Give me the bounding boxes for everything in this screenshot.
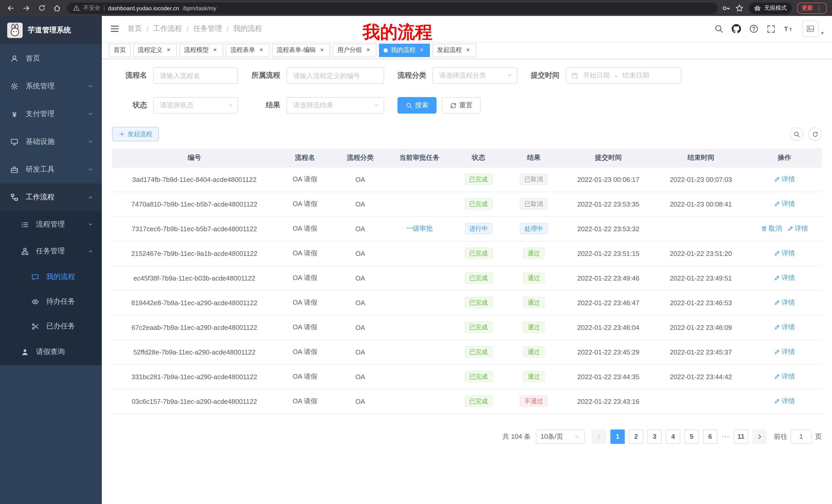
app-logo-row[interactable]: 芋道管理系统 [0, 16, 102, 45]
sidebar-item-task-management[interactable]: 任务管理 [0, 238, 102, 264]
cell-category: OA [333, 315, 387, 340]
help-icon[interactable] [750, 24, 759, 33]
github-icon[interactable] [732, 24, 741, 33]
sidebar-item-payment[interactable]: ¥ 支付管理 [0, 100, 102, 128]
process-name-input[interactable] [153, 67, 238, 84]
address-bar[interactable]: 不安全 dashboard.yudao.iocoder.cn/bpm/task/… [67, 2, 718, 13]
sidebar-item-workflow[interactable]: 工作流程 [0, 184, 102, 211]
breadcrumb-workflow[interactable]: 工作流程 [153, 24, 182, 33]
sidebar-item-process-management[interactable]: 流程管理 [0, 211, 102, 238]
tab-process-definition[interactable]: 流程定义× [133, 44, 177, 57]
sidebar-item-infrastructure[interactable]: 基础设施 [0, 128, 102, 156]
incognito-badge[interactable]: 无痕模式 [749, 2, 792, 13]
tab-my-process[interactable]: 我的流程× [379, 44, 430, 57]
table-row: 331bc281-7b9a-11ec-a290-acde48001122 OA … [112, 364, 822, 389]
close-icon[interactable]: × [365, 47, 372, 54]
menu-dots-icon[interactable] [816, 4, 822, 11]
security-label[interactable]: 不安全 [83, 4, 100, 12]
close-icon[interactable]: × [418, 47, 425, 54]
tree-icon [21, 247, 29, 255]
tab-process-form[interactable]: 流程表单× [226, 44, 269, 57]
detail-link[interactable]: 详情 [774, 298, 795, 307]
start-process-button[interactable]: 发起流程 [112, 127, 159, 141]
refresh-button[interactable] [808, 128, 822, 141]
close-icon[interactable]: × [318, 47, 326, 54]
breadcrumb-task-management[interactable]: 任务管理 [193, 24, 222, 33]
avatar[interactable] [802, 21, 819, 37]
password-key-icon[interactable] [722, 4, 730, 12]
status-tag: 进行中 [465, 223, 492, 234]
url-path[interactable]: /bpm/task/my [183, 5, 216, 11]
reload-icon[interactable] [36, 2, 47, 13]
close-icon[interactable]: × [464, 47, 471, 54]
fullscreen-icon[interactable] [767, 24, 776, 33]
tab-process-model[interactable]: 流程模型× [179, 44, 223, 57]
category-select[interactable]: 请选择流程分类 [433, 67, 517, 84]
tab-start-process[interactable]: 发起流程× [433, 44, 476, 57]
page-button-3[interactable]: 3 [647, 429, 662, 444]
tab-home[interactable]: 首页 [109, 44, 131, 57]
breadcrumb-home[interactable]: 首页 [128, 24, 142, 33]
page-button-11[interactable]: 11 [734, 429, 748, 444]
forward-icon[interactable] [21, 2, 32, 13]
reset-button[interactable]: 重置 [442, 97, 481, 114]
parent-process-input[interactable] [286, 67, 384, 84]
detail-link[interactable]: 详情 [774, 372, 795, 381]
tab-label: 流程表单 [230, 46, 255, 54]
page-size-select[interactable]: 10条/页 [536, 429, 585, 444]
sidebar-item-todo-tasks[interactable]: 待办任务 [0, 289, 102, 314]
submit-time-range-picker[interactable]: 开始日期 - 结束日期 [566, 67, 681, 84]
detail-link[interactable]: 详情 [774, 199, 795, 208]
table-row: 52ffd28e-7b9a-11ec-a290-acde48001122 OA … [112, 340, 822, 364]
next-page-button[interactable] [752, 429, 767, 444]
home-icon[interactable] [51, 2, 63, 13]
detail-link[interactable]: 详情 [774, 397, 795, 406]
page-button-1[interactable]: 1 [610, 429, 625, 444]
tab-process-form-edit[interactable]: 流程表单-编辑× [272, 44, 330, 57]
status-select[interactable]: 请选择状态 [153, 97, 238, 114]
more-pages-icon[interactable]: ··· [722, 432, 730, 440]
current-task-link[interactable]: 一级审批 [406, 224, 433, 233]
cancel-link[interactable]: 取消 [761, 224, 782, 233]
yen-icon: ¥ [10, 110, 19, 118]
tab-user-group[interactable]: 用户分组× [333, 44, 376, 57]
close-icon[interactable]: × [165, 47, 172, 54]
detail-link[interactable]: 详情 [774, 323, 795, 332]
page-button-2[interactable]: 2 [629, 429, 643, 444]
search-button[interactable]: 搜索 [397, 97, 437, 114]
select-placeholder: 请选择状态 [160, 101, 193, 110]
page-button-4[interactable]: 4 [666, 429, 680, 444]
page-button-5[interactable]: 5 [684, 429, 699, 444]
sidebar: 芋道管理系统 首页 系统管理 ¥ 支付管理 基础设施 [0, 16, 102, 504]
font-size-icon[interactable]: TT [784, 25, 794, 33]
back-icon[interactable] [5, 2, 17, 13]
sidebar-item-leave-query[interactable]: 请假查询 [0, 339, 102, 365]
cell-category: OA [333, 265, 387, 290]
goto-page-input[interactable] [790, 429, 812, 444]
toggle-search-button[interactable] [790, 128, 803, 141]
page-button-6[interactable]: 6 [703, 429, 717, 444]
sidebar-item-system[interactable]: 系统管理 [0, 73, 102, 100]
detail-link[interactable]: 详情 [774, 175, 795, 184]
url-host[interactable]: dashboard.yudao.iocoder.cn [108, 5, 179, 11]
hamburger-icon[interactable] [110, 24, 119, 33]
sidebar-item-dev-tools[interactable]: 研发工具 [0, 156, 102, 184]
cell-status: 已完成 [451, 364, 505, 389]
detail-link[interactable]: 详情 [774, 273, 795, 283]
close-icon[interactable]: × [211, 47, 218, 54]
header-search-icon[interactable] [714, 24, 724, 33]
sidebar-item-done-tasks[interactable]: 已办任务 [0, 314, 102, 339]
detail-link[interactable]: 详情 [774, 347, 795, 357]
prev-page-button[interactable] [592, 429, 606, 444]
result-select[interactable]: 请选择流结果 [286, 97, 384, 114]
detail-link[interactable]: 详情 [774, 249, 795, 258]
sidebar-item-home[interactable]: 首页 [0, 45, 102, 73]
detail-link[interactable]: 详情 [787, 224, 808, 233]
sidebar-item-my-process[interactable]: 我的流程 [0, 264, 102, 289]
bookmark-star-icon[interactable] [735, 4, 744, 12]
browser-update-button[interactable]: 更新 [797, 2, 827, 13]
close-icon[interactable]: × [258, 47, 265, 54]
cell-actions: 取消详情 [747, 216, 822, 241]
user-menu[interactable]: ▾ [802, 21, 824, 37]
detail-label: 详情 [795, 224, 808, 233]
